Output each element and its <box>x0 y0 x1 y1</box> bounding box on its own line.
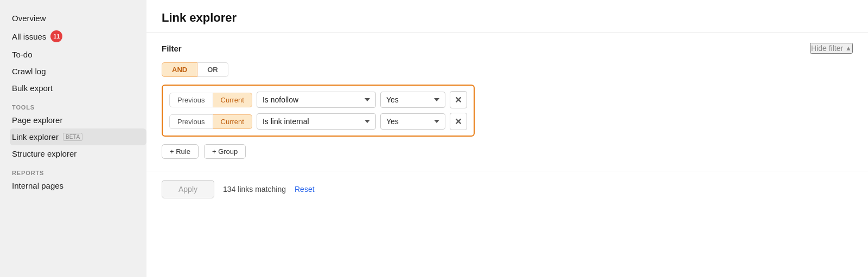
sidebar-item-internal-pages[interactable]: Internal pages <box>10 177 146 194</box>
filter-label: Filter <box>162 44 182 53</box>
main-content: Link explorer Filter Hide filter ▲ AND O… <box>146 0 868 277</box>
sidebar-item-page-explorer[interactable]: Page explorer <box>10 112 146 128</box>
current-button-1[interactable]: Current <box>213 93 252 107</box>
previous-button-2[interactable]: Previous <box>169 114 213 129</box>
condition-select-2[interactable]: Is link internal <box>257 113 376 130</box>
filter-header: Filter Hide filter ▲ <box>162 43 853 54</box>
add-group-button[interactable]: + Group <box>204 144 246 159</box>
issues-badge: 11 <box>50 30 62 42</box>
sidebar-item-label: Internal pages <box>12 181 63 190</box>
sidebar-item-label: Overview <box>12 14 46 23</box>
reports-section-label: REPORTS <box>10 170 146 176</box>
sidebar-item-label: To-do <box>12 50 33 59</box>
apply-button[interactable]: Apply <box>162 180 214 198</box>
sidebar-item-label: Page explorer <box>12 115 62 125</box>
prev-curr-group-2: Previous Current <box>169 114 252 129</box>
beta-badge: BETA <box>63 133 83 141</box>
sidebar-item-to-do[interactable]: To-do <box>10 46 146 63</box>
and-or-group: AND OR <box>162 62 853 77</box>
filter-row: Previous Current Is nofollow Yes ✕ <box>169 91 467 108</box>
filter-area: Filter Hide filter ▲ AND OR Previous Cur… <box>146 33 868 171</box>
condition-select-1[interactable]: Is nofollow <box>257 92 376 108</box>
main-header: Link explorer <box>146 0 868 33</box>
sidebar-item-overview[interactable]: Overview <box>10 10 146 27</box>
chevron-up-icon: ▲ <box>845 44 852 52</box>
filter-row: Previous Current Is link internal Yes ✕ <box>169 113 467 130</box>
previous-button-1[interactable]: Previous <box>169 93 213 107</box>
sidebar-item-label: Crawl log <box>12 67 46 76</box>
sidebar-item-bulk-export[interactable]: Bulk export <box>10 80 146 96</box>
matching-text: 134 links matching <box>223 185 286 194</box>
apply-bar: Apply 134 links matching Reset <box>146 171 868 207</box>
add-rule-button[interactable]: + Rule <box>162 144 199 159</box>
filter-rows-container: Previous Current Is nofollow Yes ✕ Previ… <box>162 85 475 137</box>
hide-filter-label: Hide filter <box>811 44 843 53</box>
sidebar-item-label: Structure explorer <box>12 149 76 158</box>
sidebar-item-all-issues[interactable]: All issues 11 <box>10 27 146 46</box>
sidebar-item-link-explorer[interactable]: Link explorer BETA <box>10 128 146 145</box>
reset-link[interactable]: Reset <box>295 185 315 194</box>
remove-rule-button-2[interactable]: ✕ <box>450 113 467 130</box>
close-icon: ✕ <box>455 117 462 127</box>
and-button[interactable]: AND <box>162 62 197 77</box>
sidebar-item-label: Link explorer <box>12 132 59 141</box>
sidebar: Overview All issues 11 To-do Crawl log B… <box>0 0 146 277</box>
sidebar-item-label: Bulk export <box>12 83 53 93</box>
page-title: Link explorer <box>162 11 853 25</box>
close-icon: ✕ <box>455 95 462 105</box>
value-select-2[interactable]: Yes <box>380 113 445 130</box>
hide-filter-button[interactable]: Hide filter ▲ <box>810 43 853 54</box>
add-buttons: + Rule + Group <box>162 144 853 159</box>
remove-rule-button-1[interactable]: ✕ <box>450 91 467 108</box>
or-button[interactable]: OR <box>197 62 228 77</box>
prev-curr-group-1: Previous Current <box>169 93 252 107</box>
value-select-1[interactable]: Yes <box>380 92 445 108</box>
sidebar-item-structure-explorer[interactable]: Structure explorer <box>10 145 146 162</box>
current-button-2[interactable]: Current <box>213 114 252 129</box>
sidebar-item-crawl-log[interactable]: Crawl log <box>10 63 146 80</box>
sidebar-item-label: All issues <box>12 32 46 41</box>
tools-section-label: TOOLS <box>10 104 146 111</box>
